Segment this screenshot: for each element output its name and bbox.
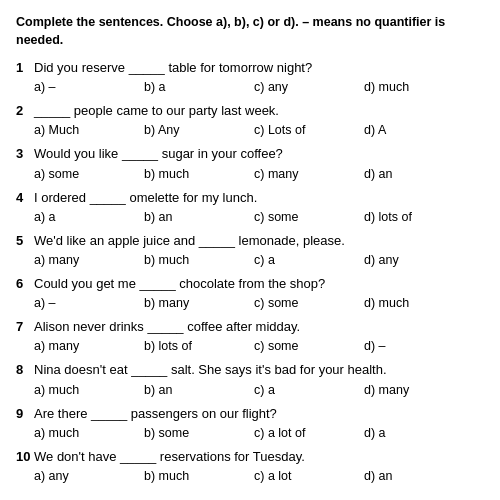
- question-number: 10: [16, 449, 34, 464]
- option-b[interactable]: b) much: [144, 252, 254, 268]
- option-b[interactable]: b) much: [144, 166, 254, 182]
- option-a[interactable]: a) any: [34, 468, 144, 484]
- option-a[interactable]: a) Much: [34, 122, 144, 138]
- option-c[interactable]: c) some: [254, 295, 364, 311]
- question-block: 2_____ people came to our party last wee…: [16, 102, 484, 138]
- option-b[interactable]: b) a: [144, 79, 254, 95]
- option-a[interactable]: a) many: [34, 252, 144, 268]
- question-number: 8: [16, 362, 34, 377]
- option-a[interactable]: a) much: [34, 382, 144, 398]
- option-c[interactable]: c) Lots of: [254, 122, 364, 138]
- question-line: 4I ordered _____ omelette for my lunch.: [16, 189, 484, 207]
- question-number: 7: [16, 319, 34, 334]
- question-block: 8Nina doesn't eat _____ salt. She says i…: [16, 361, 484, 397]
- question-block: 9Are there _____ passengers on our fligh…: [16, 405, 484, 441]
- option-c[interactable]: c) many: [254, 166, 364, 182]
- question-block: 10We don't have _____ reservations for T…: [16, 448, 484, 484]
- option-a[interactable]: a) many: [34, 338, 144, 354]
- options-line: a) Muchb) Anyc) Lots ofd) A: [34, 122, 484, 138]
- question-line: 9Are there _____ passengers on our fligh…: [16, 405, 484, 423]
- question-number: 4: [16, 190, 34, 205]
- option-c[interactable]: c) some: [254, 338, 364, 354]
- option-a[interactable]: a) some: [34, 166, 144, 182]
- option-b[interactable]: b) an: [144, 382, 254, 398]
- question-number: 5: [16, 233, 34, 248]
- option-a[interactable]: a) –: [34, 79, 144, 95]
- options-line: a) manyb) lots ofc) somed) –: [34, 338, 484, 354]
- option-b[interactable]: b) many: [144, 295, 254, 311]
- question-text: Alison never drinks _____ coffee after m…: [34, 318, 300, 336]
- option-d[interactable]: d) a: [364, 425, 474, 441]
- question-block: 3Would you like _____ sugar in your coff…: [16, 145, 484, 181]
- question-line: 2_____ people came to our party last wee…: [16, 102, 484, 120]
- options-line: a) ab) anc) somed) lots of: [34, 209, 484, 225]
- instructions: Complete the sentences. Choose a), b), c…: [16, 14, 484, 49]
- question-number: 3: [16, 146, 34, 161]
- question-text: Are there _____ passengers on our flight…: [34, 405, 277, 423]
- question-text: We'd like an apple juice and _____ lemon…: [34, 232, 345, 250]
- option-b[interactable]: b) some: [144, 425, 254, 441]
- options-line: a) muchb) somec) a lot ofd) a: [34, 425, 484, 441]
- question-line: 8Nina doesn't eat _____ salt. She says i…: [16, 361, 484, 379]
- option-a[interactable]: a) much: [34, 425, 144, 441]
- option-d[interactable]: d) –: [364, 338, 474, 354]
- question-line: 1Did you reserve _____ table for tomorro…: [16, 59, 484, 77]
- question-number: 9: [16, 406, 34, 421]
- options-line: a) someb) muchc) manyd) an: [34, 166, 484, 182]
- question-text: Would you like _____ sugar in your coffe…: [34, 145, 283, 163]
- question-block: 4I ordered _____ omelette for my lunch.a…: [16, 189, 484, 225]
- option-d[interactable]: d) any: [364, 252, 474, 268]
- option-d[interactable]: d) A: [364, 122, 474, 138]
- option-c[interactable]: c) a: [254, 252, 364, 268]
- option-b[interactable]: b) Any: [144, 122, 254, 138]
- options-line: a) –b) ac) anyd) much: [34, 79, 484, 95]
- question-block: 6Could you get me _____ chocolate from t…: [16, 275, 484, 311]
- option-a[interactable]: a) a: [34, 209, 144, 225]
- option-b[interactable]: b) lots of: [144, 338, 254, 354]
- question-text: Did you reserve _____ table for tomorrow…: [34, 59, 312, 77]
- question-block: 5We'd like an apple juice and _____ lemo…: [16, 232, 484, 268]
- question-line: 10We don't have _____ reservations for T…: [16, 448, 484, 466]
- question-line: 6Could you get me _____ chocolate from t…: [16, 275, 484, 293]
- question-text: Nina doesn't eat _____ salt. She says it…: [34, 361, 387, 379]
- option-d[interactable]: d) lots of: [364, 209, 474, 225]
- question-number: 6: [16, 276, 34, 291]
- question-text: _____ people came to our party last week…: [34, 102, 279, 120]
- option-b[interactable]: b) much: [144, 468, 254, 484]
- option-d[interactable]: d) many: [364, 382, 474, 398]
- option-d[interactable]: d) much: [364, 79, 474, 95]
- question-number: 2: [16, 103, 34, 118]
- question-text: I ordered _____ omelette for my lunch.: [34, 189, 257, 207]
- questions-container: 1Did you reserve _____ table for tomorro…: [16, 59, 484, 484]
- question-line: 7Alison never drinks _____ coffee after …: [16, 318, 484, 336]
- question-line: 5We'd like an apple juice and _____ lemo…: [16, 232, 484, 250]
- option-d[interactable]: d) an: [364, 166, 474, 182]
- option-c[interactable]: c) a: [254, 382, 364, 398]
- question-block: 7Alison never drinks _____ coffee after …: [16, 318, 484, 354]
- question-number: 1: [16, 60, 34, 75]
- option-a[interactable]: a) –: [34, 295, 144, 311]
- question-block: 1Did you reserve _____ table for tomorro…: [16, 59, 484, 95]
- option-c[interactable]: c) a lot of: [254, 425, 364, 441]
- question-text: We don't have _____ reservations for Tue…: [34, 448, 305, 466]
- option-c[interactable]: c) any: [254, 79, 364, 95]
- option-d[interactable]: d) much: [364, 295, 474, 311]
- option-b[interactable]: b) an: [144, 209, 254, 225]
- option-c[interactable]: c) a lot: [254, 468, 364, 484]
- options-line: a) manyb) muchc) ad) any: [34, 252, 484, 268]
- options-line: a) muchb) anc) ad) many: [34, 382, 484, 398]
- options-line: a) anyb) muchc) a lotd) an: [34, 468, 484, 484]
- option-c[interactable]: c) some: [254, 209, 364, 225]
- option-d[interactable]: d) an: [364, 468, 474, 484]
- options-line: a) –b) manyc) somed) much: [34, 295, 484, 311]
- question-text: Could you get me _____ chocolate from th…: [34, 275, 325, 293]
- question-line: 3Would you like _____ sugar in your coff…: [16, 145, 484, 163]
